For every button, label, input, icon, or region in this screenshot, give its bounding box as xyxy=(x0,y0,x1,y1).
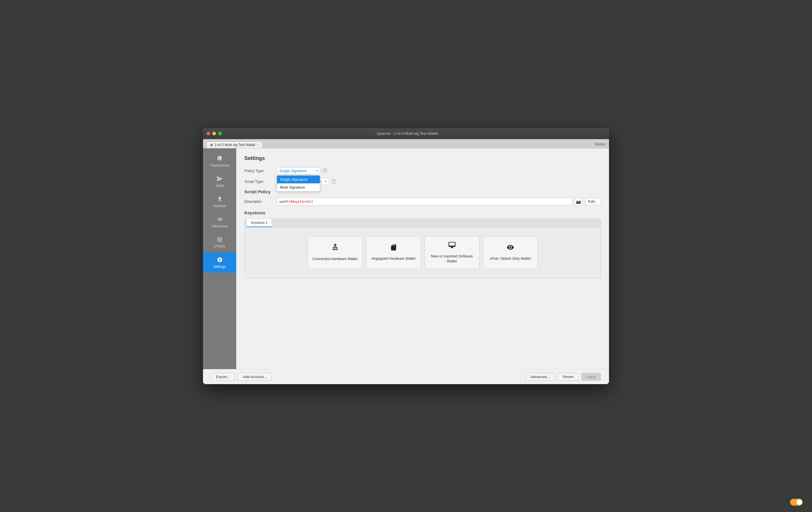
bitcoin-icon xyxy=(216,155,223,162)
traffic-lights xyxy=(206,132,222,135)
tab-wallet-icon: ▣ xyxy=(210,143,213,146)
script-type-label: Script Type: xyxy=(244,179,273,184)
keystores-header: Keystores xyxy=(244,210,601,215)
sidebar-item-utxos[interactable]: UTXOs xyxy=(203,232,236,253)
sidebar-item-settings[interactable]: Settings xyxy=(203,253,236,273)
advanced-button[interactable]: Advanced... xyxy=(525,373,555,381)
addresses-icon xyxy=(216,216,223,223)
settings-icon xyxy=(216,257,223,263)
maximize-button[interactable] xyxy=(218,132,222,135)
sidebar-receive-label: Receive xyxy=(213,204,226,208)
descriptor-prefix: wpkh( xyxy=(279,199,291,204)
policy-type-help[interactable]: ? xyxy=(322,168,327,173)
sidebar-addresses-label: Addresses xyxy=(211,224,228,228)
send-icon xyxy=(216,176,223,182)
policy-type-dropdown-wrapper[interactable]: Single Signature Multi Signature xyxy=(277,167,320,174)
sidebar-send-label: Send xyxy=(215,184,224,188)
sidebar-item-addresses[interactable]: Addresses xyxy=(203,212,236,232)
main-layout: Transactions Send Receive xyxy=(203,148,609,369)
wallet-tab[interactable]: ▣ 2-of-3 Multi-sig Test Wallet × xyxy=(206,141,263,148)
tabbar: ▣ 2-of-3 Multi-sig Test Wallet × Testnet xyxy=(203,139,609,148)
titlebar: › Sparrow - 2-of-3 Multi-sig Test Wallet xyxy=(203,128,609,139)
airgapped-hardware-wallet-card[interactable]: Airgapped Hardware Wallet xyxy=(366,236,421,269)
connected-hardware-wallet-card[interactable]: Connected Hardware Wallet xyxy=(308,236,362,269)
sidebar-utxos-label: UTXOs xyxy=(214,245,225,249)
monitor-icon xyxy=(448,241,456,251)
close-button[interactable] xyxy=(206,132,210,135)
window-title: › Sparrow - 2-of-3 Multi-sig Test Wallet xyxy=(374,131,438,136)
keystore-container: Keystore 1 xyxy=(244,219,601,278)
descriptor-edit-button[interactable]: Edit... xyxy=(585,198,601,205)
sidebar-item-send[interactable]: Send xyxy=(203,172,236,192)
software-wallet-card[interactable]: New or Imported Software Wallet xyxy=(425,236,480,269)
page-title: Settings xyxy=(244,155,601,162)
sidebar: Transactions Send Receive xyxy=(203,148,236,369)
wallet-options: Connected Hardware Wallet Airgapped Hard… xyxy=(251,236,595,269)
descriptor-row: Descriptor: wpkh(Keystore1) 📷 Edit... xyxy=(244,198,601,206)
receive-icon xyxy=(216,196,223,202)
usb-icon xyxy=(331,243,339,253)
keystores-section: Keystores Keystore 1 xyxy=(244,210,601,278)
sidebar-settings-label: Settings xyxy=(213,265,226,269)
add-account-button[interactable]: Add Account... xyxy=(238,373,272,381)
title-text: Sparrow - 2-of-3 Multi-sig Test Wallet xyxy=(377,131,438,136)
sd-icon xyxy=(390,244,397,253)
apply-button[interactable]: Apply xyxy=(582,373,601,381)
sidebar-item-receive[interactable]: Receive xyxy=(203,192,236,212)
minimize-button[interactable] xyxy=(212,132,216,135)
airgapped-hardware-label: Airgapped Hardware Wallet xyxy=(371,256,415,261)
sidebar-item-transactions[interactable]: Transactions xyxy=(203,151,236,172)
policy-option-multi[interactable]: Multi Signature xyxy=(277,183,320,191)
descriptor-keyword: Keystore1 xyxy=(291,199,311,204)
descriptor-field[interactable]: wpkh(Keystore1) xyxy=(277,198,572,205)
descriptor-label: Descriptor: xyxy=(244,199,273,204)
watch-only-label: xPub / Watch Only Wallet xyxy=(490,256,531,261)
policy-type-row: Policy Type: Single Signature Multi Sign… xyxy=(244,167,601,174)
connected-hardware-label: Connected Hardware Wallet xyxy=(313,257,358,262)
title-arrow: › xyxy=(374,131,375,136)
export-button[interactable]: Export... xyxy=(211,373,235,381)
eye-icon xyxy=(506,244,514,253)
policy-type-dropdown-menu: Single Signature Multi Signature xyxy=(277,175,320,192)
tab-close-button[interactable]: × xyxy=(257,143,259,147)
keystore-tabs: Keystore 1 xyxy=(244,219,601,227)
watch-only-wallet-card[interactable]: xPub / Watch Only Wallet xyxy=(483,236,538,269)
descriptor-camera-button[interactable]: 📷 xyxy=(575,198,583,206)
keystore-tab-1[interactable]: Keystore 1 xyxy=(247,219,271,227)
revert-button[interactable]: Revert xyxy=(558,373,579,381)
script-type-help[interactable]: ? xyxy=(331,179,336,184)
network-badge: Testnet xyxy=(594,142,606,148)
policy-type-label: Policy Type: xyxy=(244,169,273,173)
app-window: › Sparrow - 2-of-3 Multi-sig Test Wallet… xyxy=(203,128,609,384)
utxos-icon xyxy=(216,236,223,243)
descriptor-suffix: ) xyxy=(311,199,314,204)
content-area: Settings Policy Type: Single Signature M… xyxy=(236,148,609,369)
tab-label: 2-of-3 Multi-sig Test Wallet xyxy=(214,143,255,147)
descriptor-control: wpkh(Keystore1) 📷 Edit... xyxy=(277,198,601,206)
policy-type-select[interactable]: Single Signature Multi Signature xyxy=(277,167,320,174)
keystore-content: Connected Hardware Wallet Airgapped Hard… xyxy=(244,227,601,278)
software-wallet-label: New or Imported Software Wallet xyxy=(428,254,476,264)
bottom-bar: Export... Add Account... Advanced... Rev… xyxy=(203,369,609,384)
policy-type-control: Single Signature Multi Signature ? Singl… xyxy=(277,167,327,174)
sidebar-transactions-label: Transactions xyxy=(210,164,229,168)
policy-option-single[interactable]: Single Signature xyxy=(277,176,320,183)
